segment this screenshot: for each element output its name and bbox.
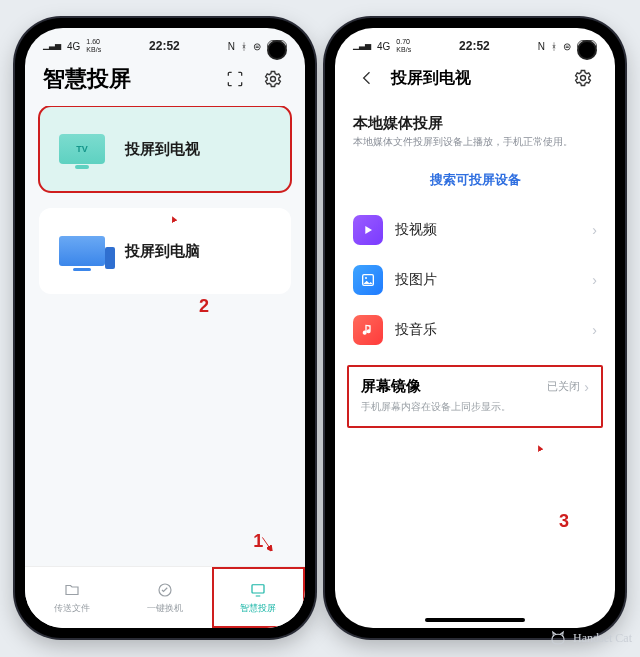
mirror-status: 已关闭› bbox=[547, 379, 589, 395]
row-cast-music[interactable]: 投音乐 › bbox=[335, 305, 615, 355]
svg-rect-3 bbox=[252, 584, 264, 592]
cast-to-pc-card[interactable]: 投屏到电脑 bbox=[39, 208, 291, 294]
wifi-icon: ⊜ bbox=[253, 41, 261, 52]
annotation-2: 2 bbox=[199, 296, 209, 317]
chevron-right-icon: › bbox=[584, 379, 589, 395]
settings-icon[interactable] bbox=[259, 65, 287, 93]
page-header: 智慧投屏 bbox=[25, 58, 305, 106]
local-media-title: 本地媒体投屏 bbox=[335, 104, 615, 135]
row-cast-video[interactable]: 投视频 › bbox=[335, 205, 615, 255]
tab-transfer-files[interactable]: 传送文件 bbox=[25, 567, 118, 628]
mirror-title: 屏幕镜像 bbox=[361, 377, 421, 396]
network-type: 4G bbox=[67, 41, 80, 52]
camera-hole bbox=[579, 42, 595, 58]
bluetooth-icon: ᚼ bbox=[241, 41, 247, 52]
local-media-sub: 本地媒体文件投屏到设备上播放，手机正常使用。 bbox=[335, 135, 615, 159]
nfc-icon: N bbox=[538, 41, 545, 52]
chevron-right-icon: › bbox=[592, 322, 597, 338]
tab-bar: 传送文件 一键换机 智慧投屏 1 bbox=[25, 566, 305, 628]
svg-point-7 bbox=[365, 277, 367, 279]
bluetooth-icon: ᚼ bbox=[551, 41, 557, 52]
back-icon[interactable] bbox=[353, 64, 381, 92]
svg-point-0 bbox=[271, 77, 276, 82]
page-title: 投屏到电视 bbox=[391, 68, 471, 89]
clock: 22:52 bbox=[459, 39, 490, 53]
svg-point-5 bbox=[581, 76, 586, 81]
scan-icon[interactable] bbox=[221, 65, 249, 93]
video-icon bbox=[353, 215, 383, 245]
clock: 22:52 bbox=[149, 39, 180, 53]
watermark: Handset Cat bbox=[549, 629, 632, 647]
page-title: 智慧投屏 bbox=[43, 64, 211, 94]
signal-icon: ▁▃▅ bbox=[43, 42, 61, 50]
image-icon bbox=[353, 265, 383, 295]
screen-mirror-row[interactable]: 屏幕镜像 已关闭› 手机屏幕内容在设备上同步显示。 bbox=[347, 365, 603, 428]
tab-phone-clone[interactable]: 一键换机 bbox=[118, 567, 211, 628]
page-header: 投屏到电视 bbox=[335, 58, 615, 104]
cast-to-tv-label: 投屏到电视 bbox=[125, 140, 200, 159]
nfc-icon: N bbox=[228, 41, 235, 52]
wifi-icon: ⊜ bbox=[563, 41, 571, 52]
settings-icon[interactable] bbox=[569, 64, 597, 92]
status-bar: ▁▃▅ 4G 1.60 KB/s 22:52 N ᚼ ⊜ 15 bbox=[25, 28, 305, 58]
phone-right: ▁▃▅ 4G 0.70 KB/s 22:52 N ᚼ ⊜ 15 bbox=[325, 18, 625, 638]
tab-smart-cast[interactable]: 智慧投屏 1 bbox=[212, 567, 305, 628]
tv-icon: TV bbox=[55, 129, 109, 169]
cast-to-tv-card[interactable]: TV 投屏到电视 bbox=[39, 106, 291, 192]
status-bar: ▁▃▅ 4G 0.70 KB/s 22:52 N ᚼ ⊜ 15 bbox=[335, 28, 615, 58]
chevron-right-icon: › bbox=[592, 272, 597, 288]
chevron-right-icon: › bbox=[592, 222, 597, 238]
camera-hole bbox=[269, 42, 285, 58]
row-cast-image[interactable]: 投图片 › bbox=[335, 255, 615, 305]
music-icon bbox=[353, 315, 383, 345]
cast-to-pc-label: 投屏到电脑 bbox=[125, 242, 200, 261]
svg-line-8 bbox=[539, 447, 569, 507]
signal-icon: ▁▃▅ bbox=[353, 42, 371, 50]
search-devices-link[interactable]: 搜索可投屏设备 bbox=[335, 159, 615, 205]
pc-icon bbox=[55, 231, 109, 271]
mirror-sub: 手机屏幕内容在设备上同步显示。 bbox=[361, 400, 589, 414]
phone-left: ▁▃▅ 4G 1.60 KB/s 22:52 N ᚼ ⊜ 15 智慧投屏 bbox=[15, 18, 315, 638]
annotation-3: 3 bbox=[559, 511, 569, 532]
home-indicator[interactable] bbox=[425, 618, 525, 622]
